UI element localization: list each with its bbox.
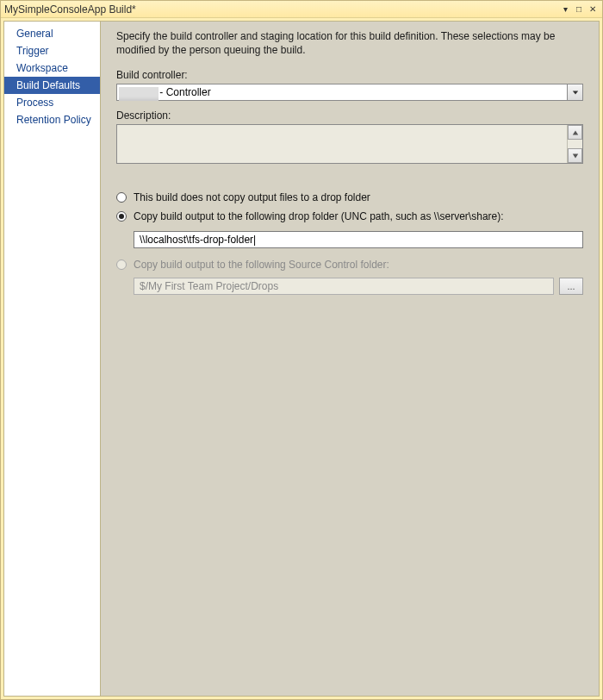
sidebar-item-trigger[interactable]: Trigger xyxy=(4,42,100,59)
radio-label: Copy build output to the following drop … xyxy=(134,210,504,222)
dropdown-icon[interactable]: ▾ xyxy=(559,3,571,16)
radio-label: This build does not copy output files to… xyxy=(134,191,370,203)
radio-no-drop[interactable]: This build does not copy output files to… xyxy=(116,191,583,203)
svg-marker-2 xyxy=(572,153,577,158)
sidebar-item-label: Build Defaults xyxy=(16,79,80,91)
titlebar: MySimpleConsoleApp Build* ▾ □ ✕ xyxy=(1,1,602,18)
build-definition-window: MySimpleConsoleApp Build* ▾ □ ✕ General … xyxy=(0,0,603,700)
build-controller-input[interactable] xyxy=(117,84,567,100)
sidebar-item-label: Process xyxy=(16,97,53,109)
radio-drop-folder[interactable]: Copy build output to the following drop … xyxy=(116,210,583,222)
build-controller-combo[interactable] xyxy=(116,84,583,101)
sidebar-item-label: Trigger xyxy=(16,45,49,57)
sidebar-item-process[interactable]: Process xyxy=(4,94,100,111)
sidebar-item-label: Workspace xyxy=(16,62,68,74)
source-control-input xyxy=(134,278,554,295)
close-icon[interactable]: ✕ xyxy=(587,3,599,16)
drop-folder-input[interactable] xyxy=(134,231,583,248)
maximize-icon[interactable]: □ xyxy=(573,3,585,16)
chevron-down-icon[interactable] xyxy=(567,84,582,100)
radio-source-control: Copy build output to the following Sourc… xyxy=(116,259,583,271)
description-box xyxy=(116,124,583,164)
radio-icon[interactable] xyxy=(116,211,127,222)
sidebar-item-retention-policy[interactable]: Retention Policy xyxy=(4,111,100,128)
sidebar-item-build-defaults[interactable]: Build Defaults xyxy=(4,77,100,94)
controller-label: Build controller: xyxy=(116,69,583,81)
sidebar: General Trigger Workspace Build Defaults… xyxy=(4,22,101,696)
client-area: General Trigger Workspace Build Defaults… xyxy=(3,21,600,697)
description-textarea[interactable] xyxy=(117,125,567,163)
source-control-container: ... xyxy=(134,278,583,295)
radio-label: Copy build output to the following Sourc… xyxy=(134,259,389,271)
sidebar-item-general[interactable]: General xyxy=(4,25,100,42)
window-title: MySimpleConsoleApp Build* xyxy=(4,3,559,16)
radio-icon xyxy=(116,259,127,270)
description-scrollbar xyxy=(567,125,582,163)
main-panel: Specify the build controller and staging… xyxy=(101,22,599,696)
redacted-overlay xyxy=(119,87,159,101)
sidebar-item-label: General xyxy=(16,28,53,40)
intro-text: Specify the build controller and staging… xyxy=(116,30,583,57)
browse-button: ... xyxy=(559,278,583,295)
ellipsis-icon: ... xyxy=(567,281,575,291)
svg-marker-1 xyxy=(572,130,577,134)
scroll-up-icon[interactable] xyxy=(568,125,582,140)
scroll-down-icon[interactable] xyxy=(568,148,582,163)
window-controls: ▾ □ ✕ xyxy=(559,3,599,16)
drop-folder-container xyxy=(134,229,583,259)
svg-marker-0 xyxy=(572,91,577,95)
description-label: Description: xyxy=(116,109,583,122)
radio-icon[interactable] xyxy=(116,192,127,203)
sidebar-item-workspace[interactable]: Workspace xyxy=(4,59,100,77)
sidebar-item-label: Retention Policy xyxy=(16,114,91,126)
